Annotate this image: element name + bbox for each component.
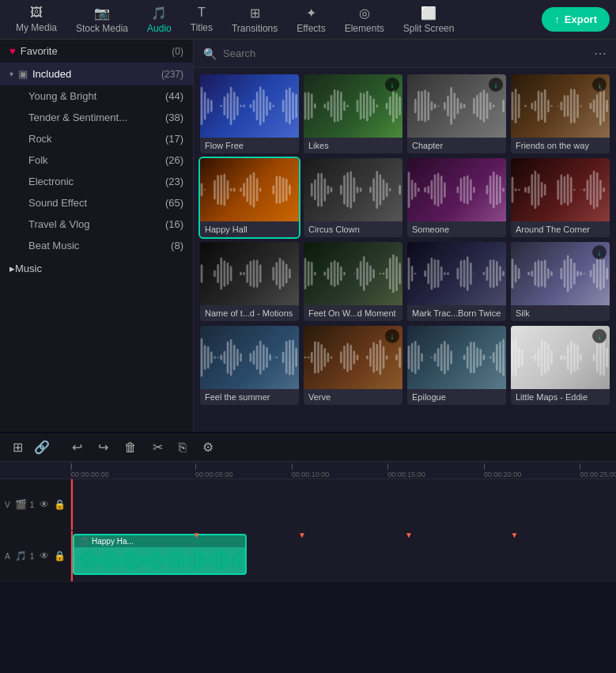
nav-audio[interactable]: 🎵 Audio bbox=[138, 1, 181, 39]
download-badge-little-maps[interactable]: ↓ bbox=[592, 329, 607, 343]
download-badge-friends-on-way[interactable]: ↓ bbox=[592, 78, 607, 92]
media-card-name-child[interactable]: Name of t...d - Motions bbox=[200, 242, 299, 321]
media-thumb-flow-free bbox=[200, 74, 299, 138]
video-track-content[interactable] bbox=[71, 479, 616, 530]
svg-rect-357 bbox=[599, 257, 602, 290]
svg-rect-476 bbox=[596, 343, 599, 372]
svg-rect-291 bbox=[372, 269, 375, 278]
audio-clip[interactable]: 🎵 Happy Ha... bbox=[73, 534, 247, 575]
svg-rect-364 bbox=[214, 356, 216, 358]
svg-rect-267 bbox=[289, 269, 291, 278]
download-badge-likes[interactable]: ↓ bbox=[385, 78, 399, 92]
svg-rect-28 bbox=[292, 93, 294, 120]
redo-button[interactable]: ↪ bbox=[95, 438, 111, 456]
svg-rect-111 bbox=[580, 105, 582, 107]
nav-transitions[interactable]: ⊞ Transitions bbox=[222, 1, 287, 39]
svg-rect-180 bbox=[408, 172, 410, 208]
media-card-friends-on-way[interactable]: ↓Friends on the way bbox=[511, 74, 610, 153]
top-navigation: 🖼 My Media 📷 Stock Media 🎵 Audio T Title… bbox=[0, 0, 616, 40]
media-card-verve[interactable]: ↓Verve bbox=[304, 326, 402, 405]
search-input[interactable] bbox=[223, 47, 588, 59]
sidebar-item-rock[interactable]: Rock (17) bbox=[0, 128, 193, 149]
settings-button[interactable]: ⚙ bbox=[199, 438, 217, 456]
svg-rect-323 bbox=[483, 272, 486, 275]
nav-stock-media[interactable]: 📷 Stock Media bbox=[66, 1, 138, 39]
nav-effects[interactable]: ✦ Effects bbox=[287, 1, 334, 39]
svg-rect-204 bbox=[486, 185, 489, 195]
waveform-bar-3 bbox=[85, 550, 87, 570]
media-card-feel-summer[interactable]: Feel the summer bbox=[200, 326, 299, 405]
sidebar-item-tender[interactable]: Tender & Sentiment... (38) bbox=[0, 107, 193, 128]
media-thumb-feel-summer bbox=[200, 326, 299, 389]
download-badge-silk[interactable]: ↓ bbox=[592, 245, 607, 259]
video-lock-button[interactable]: 🔒 bbox=[53, 498, 66, 511]
download-badge-chapter[interactable]: ↓ bbox=[489, 78, 503, 92]
media-card-happy-hall[interactable]: Happy Hall bbox=[200, 158, 299, 237]
svg-rect-153 bbox=[314, 180, 316, 200]
media-card-silk[interactable]: ↓Silk bbox=[511, 242, 610, 321]
sidebar-item-music[interactable]: ▸ Music bbox=[0, 256, 193, 281]
svg-rect-282 bbox=[343, 272, 346, 275]
svg-rect-360 bbox=[201, 338, 203, 376]
waveform-bars bbox=[77, 547, 242, 573]
sidebar-item-beat-music[interactable]: Beat Music (8) bbox=[0, 235, 193, 256]
sidebar-item-young-bright[interactable]: Young & Bright (44) bbox=[0, 85, 193, 107]
svg-rect-266 bbox=[285, 263, 288, 283]
svg-rect-324 bbox=[486, 267, 489, 281]
sidebar-item-included[interactable]: ▾ ▣ Included (237) bbox=[0, 62, 193, 85]
waveform-bar-49 bbox=[213, 552, 214, 568]
nav-my-media[interactable]: 🖼 My Media bbox=[6, 1, 66, 38]
svg-rect-200 bbox=[473, 187, 475, 193]
media-card-around-corner[interactable]: Around The Corner bbox=[511, 158, 610, 237]
audio-lock-button[interactable]: 🔒 bbox=[53, 550, 66, 562]
svg-rect-42 bbox=[343, 101, 346, 112]
svg-rect-479 bbox=[606, 347, 608, 367]
sidebar-item-sound-effect[interactable]: Sound Effect (65) bbox=[0, 192, 193, 214]
ruler-line-5 bbox=[580, 463, 580, 470]
media-thumb-mark-twice bbox=[407, 242, 506, 305]
thumb-svg-flow-free bbox=[200, 74, 299, 138]
svg-rect-155 bbox=[320, 172, 323, 206]
media-card-flow-free[interactable]: Flow Free bbox=[200, 74, 299, 153]
svg-rect-356 bbox=[596, 259, 599, 288]
svg-rect-27 bbox=[289, 87, 291, 124]
grid-view-icon[interactable]: ⋯ bbox=[594, 46, 607, 61]
video-eye-button[interactable]: 👁 bbox=[39, 498, 50, 511]
link-button[interactable]: 🔗 bbox=[31, 438, 53, 456]
sidebar-item-travel-vlog[interactable]: Travel & Vlog (16) bbox=[0, 214, 193, 235]
audio-track-content[interactable]: 🎵 Happy Ha... ▼▼▼▼▼▼▼ bbox=[71, 531, 616, 581]
nav-elements[interactable]: ◎ Elements bbox=[335, 1, 394, 39]
media-card-mark-twice[interactable]: Mark Trac...Born Twice bbox=[407, 242, 506, 321]
svg-rect-288 bbox=[363, 256, 365, 291]
download-badge-verve[interactable]: ↓ bbox=[385, 329, 399, 343]
undo-button[interactable]: ↩ bbox=[69, 438, 85, 456]
cut-button[interactable]: ✂ bbox=[149, 438, 166, 456]
copy-button[interactable]: ⎘ bbox=[176, 439, 190, 456]
delete-button[interactable]: 🗑 bbox=[121, 439, 140, 456]
snap-button[interactable]: ⊞ bbox=[9, 438, 26, 456]
svg-rect-302 bbox=[414, 273, 417, 274]
media-card-feet-moment[interactable]: Feet On W...d Moment bbox=[304, 242, 402, 321]
media-card-likes[interactable]: ↓Likes bbox=[304, 74, 402, 153]
export-button[interactable]: ↑ Export bbox=[542, 7, 610, 32]
media-card-circus-clown[interactable]: Circus Clown bbox=[304, 158, 402, 237]
media-title-name-child: Name of t...d - Motions bbox=[200, 305, 299, 321]
waveform-bar-13 bbox=[113, 550, 115, 569]
sidebar-item-favorite[interactable]: ♥ Favorite (0) bbox=[0, 40, 193, 62]
media-card-chapter[interactable]: ↓Chapter bbox=[407, 74, 506, 153]
waveform-bar-23 bbox=[141, 556, 142, 565]
svg-rect-427 bbox=[431, 357, 433, 357]
svg-rect-280 bbox=[337, 262, 339, 285]
media-card-little-maps[interactable]: ↓Little Maps - Eddie bbox=[511, 326, 610, 405]
nav-split-screen[interactable]: ⬜ Split Screen bbox=[394, 1, 464, 39]
media-card-epilogue[interactable]: Epilogue bbox=[407, 326, 506, 405]
sidebar-item-electronic[interactable]: Electronic (23) bbox=[0, 171, 193, 192]
sidebar-item-folk[interactable]: Folk (26) bbox=[0, 149, 193, 171]
nav-titles[interactable]: T Titles bbox=[181, 1, 222, 38]
ruler-label-1: 00:00:05:00 bbox=[195, 471, 233, 478]
audio-mute-button[interactable]: 👁 bbox=[39, 550, 50, 562]
media-card-someone[interactable]: Someone bbox=[407, 158, 506, 237]
svg-rect-410 bbox=[369, 348, 372, 367]
svg-rect-228 bbox=[570, 177, 573, 203]
media-title-friends-on-way: Friends on the way bbox=[511, 138, 610, 153]
